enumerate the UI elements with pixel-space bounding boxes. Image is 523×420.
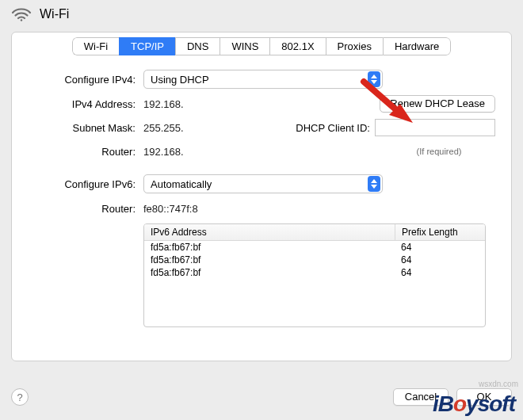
- configure-ipv4-value: Using DHCP: [151, 74, 209, 86]
- ipv6-col-address[interactable]: IPv6 Address: [144, 224, 395, 240]
- tab-dns[interactable]: DNS: [175, 37, 220, 55]
- tab-tcp-ip[interactable]: TCP/IP: [119, 37, 175, 55]
- tab-proxies[interactable]: Proxies: [326, 37, 383, 55]
- ipv6-col-prefix[interactable]: Prefix Length: [395, 224, 485, 240]
- tcpip-form: Configure IPv4: Using DHCP IPv4 Address:…: [12, 55, 511, 335]
- configure-ipv6-select[interactable]: Automatically: [143, 174, 383, 193]
- renew-dhcp-lease-button[interactable]: Renew DHCP Lease: [380, 95, 495, 113]
- tab-802-1x[interactable]: 802.1X: [269, 37, 325, 55]
- subnet-mask-label: Subnet Mask:: [28, 122, 143, 134]
- preferences-window: Wi-Fi Wi-FiTCP/IPDNSWINS802.1XProxiesHar…: [0, 0, 523, 420]
- tab-wi-fi[interactable]: Wi-Fi: [72, 37, 119, 55]
- ipv6-address-cell: fd5a:fb67:bf: [144, 266, 395, 279]
- dhcp-client-id-input[interactable]: [375, 119, 495, 136]
- tab-hardware[interactable]: Hardware: [383, 37, 451, 55]
- wifi-icon: [11, 6, 32, 22]
- ok-button[interactable]: OK: [456, 388, 512, 406]
- ipv6-address-cell: fd5a:fb67:bf: [144, 241, 395, 254]
- help-button[interactable]: ?: [11, 388, 29, 406]
- ipv6-prefix-cell: 64: [395, 254, 485, 266]
- dialog-footer: ? Cancel OK: [11, 388, 512, 406]
- select-chevrons-icon: [368, 176, 380, 192]
- help-icon: ?: [17, 391, 22, 403]
- dhcp-client-id-hint: (If required): [383, 147, 495, 156]
- ipv6-router-label: Router:: [28, 203, 143, 215]
- ipv6-address-cell: fd5a:fb67:bf: [144, 254, 395, 266]
- select-chevrons-icon: [368, 71, 380, 87]
- window-title: Wi-Fi: [40, 7, 69, 21]
- source-watermark: wsxdn.com: [479, 380, 518, 388]
- ipv4-router-label: Router:: [28, 146, 143, 158]
- ipv6-router-value: fe80::747f:8: [143, 203, 198, 215]
- table-row[interactable]: fd5a:fb67:bf64: [144, 266, 485, 279]
- configure-ipv4-label: Configure IPv4:: [28, 74, 143, 86]
- svg-point-0: [21, 19, 22, 21]
- cancel-button[interactable]: Cancel: [393, 388, 449, 406]
- tab-wins[interactable]: WINS: [220, 37, 269, 55]
- window-header: Wi-Fi: [0, 0, 523, 29]
- settings-panel: Wi-FiTCP/IPDNSWINS802.1XProxiesHardware …: [11, 32, 512, 361]
- subnet-mask-value: 255.255.: [143, 122, 239, 134]
- configure-ipv6-label: Configure IPv6:: [28, 178, 143, 190]
- configure-ipv4-select[interactable]: Using DHCP: [143, 70, 383, 89]
- ipv6-prefix-cell: 64: [395, 241, 485, 254]
- tab-bar: Wi-FiTCP/IPDNSWINS802.1XProxiesHardware: [72, 37, 452, 55]
- ipv4-address-value: 192.168.: [143, 98, 184, 110]
- configure-ipv6-value: Automatically: [151, 178, 212, 190]
- table-row[interactable]: fd5a:fb67:bf64: [144, 241, 485, 254]
- ipv6-prefix-cell: 64: [395, 266, 485, 279]
- ipv6-address-table: IPv6 Address Prefix Length fd5a:fb67:bf6…: [143, 223, 486, 327]
- ipv4-address-label: IPv4 Address:: [28, 98, 143, 110]
- ipv4-router-value: 192.168.: [143, 146, 239, 158]
- dhcp-client-id-label: DHCP Client ID:: [296, 122, 370, 134]
- table-row[interactable]: fd5a:fb67:bf64: [144, 254, 485, 266]
